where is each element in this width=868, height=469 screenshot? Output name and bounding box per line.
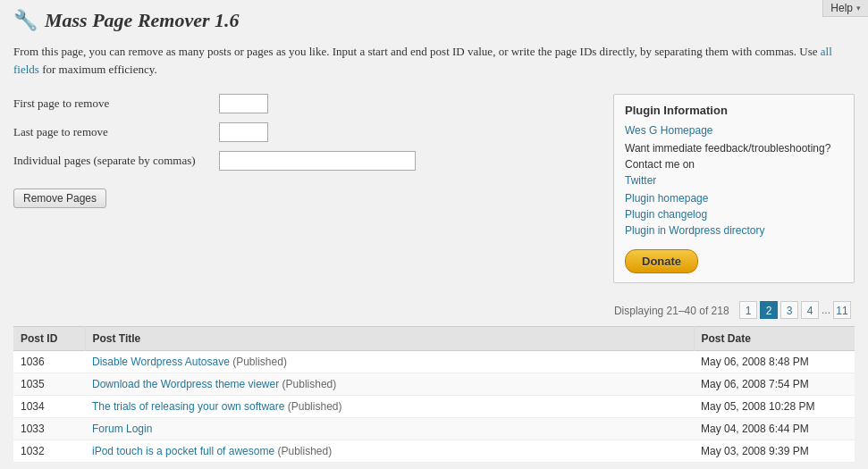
first-page-input[interactable] — [219, 94, 268, 113]
cell-post-date: May 03, 2008 9:39 PM — [694, 440, 855, 463]
col-header-id: Post ID — [13, 327, 85, 351]
first-page-label: First page to remove — [13, 96, 219, 111]
plugin-info-panel: Plugin Information Wes G Homepage Want i… — [613, 94, 855, 283]
post-title-link[interactable]: iPod touch is a pocket full of awesome — [92, 445, 274, 457]
individual-pages-label: Individual pages (separate by commas) — [13, 154, 219, 168]
last-page-input[interactable] — [219, 122, 268, 142]
cell-post-id: 1032 — [13, 440, 85, 463]
twitter-link[interactable]: Twitter — [625, 172, 843, 188]
post-status: (Published) — [279, 378, 336, 390]
table-row: 1034The trials of releasing your own sof… — [13, 396, 855, 418]
plugin-homepage-link[interactable]: Plugin homepage — [625, 192, 843, 205]
post-status: (Published) — [274, 445, 332, 457]
plugin-icon: 🔧 — [13, 9, 38, 32]
plugin-directory-link[interactable]: Plugin in Wordpress directory — [625, 224, 843, 237]
remove-pages-button[interactable]: Remove Pages — [13, 188, 106, 208]
page-ellipsis: ... — [822, 301, 830, 319]
table-row: 1033Forum LoginMay 04, 2008 6:44 PM — [13, 418, 855, 440]
cell-post-date: May 06, 2008 8:48 PM — [694, 351, 855, 373]
post-title-link[interactable]: Disable Wordpress Autosave — [92, 356, 230, 368]
help-label: Help — [830, 2, 853, 14]
table-row: 1035Download the Wordpress theme viewer … — [13, 373, 855, 396]
form-col: First page to remove Last page to remove… — [13, 94, 595, 283]
post-title-link[interactable]: Forum Login — [92, 423, 152, 435]
page-numbers: 1 2 3 4 ... 11 — [739, 301, 851, 319]
plugin-changelog-link[interactable]: Plugin changelog — [625, 208, 843, 221]
last-page-label: Last page to remove — [13, 125, 219, 139]
individual-pages-row: Individual pages (separate by commas) — [13, 151, 595, 171]
cell-post-id: 1036 — [13, 351, 85, 373]
donate-button[interactable]: Donate — [625, 249, 698, 273]
page-2[interactable]: 2 — [760, 301, 778, 319]
last-page-row: Last page to remove — [13, 122, 595, 142]
cell-post-title: iPod touch is a pocket full of awesome (… — [85, 440, 694, 463]
individual-pages-input[interactable] — [219, 151, 416, 171]
help-chevron-icon: ▾ — [856, 4, 861, 13]
cell-post-date: May 06, 2008 7:54 PM — [694, 373, 855, 396]
description: From this page, you can remove as many p… — [13, 43, 855, 78]
cell-post-id: 1035 — [13, 373, 85, 396]
page-11[interactable]: 11 — [833, 301, 851, 319]
posts-table: Post ID Post Title Post Date 1036Disable… — [13, 326, 855, 463]
cell-post-date: May 04, 2008 6:44 PM — [694, 418, 855, 440]
cell-post-date: May 05, 2008 10:28 PM — [694, 396, 855, 418]
page-title: Mass Page Remover 1.6 — [45, 9, 240, 32]
page-title-area: 🔧 Mass Page Remover 1.6 — [13, 9, 855, 32]
page-3[interactable]: 3 — [780, 301, 798, 319]
col-header-title: Post Title — [85, 327, 694, 351]
cell-post-title: Download the Wordpress theme viewer (Pub… — [85, 373, 694, 396]
col-header-date: Post Date — [694, 327, 855, 351]
table-row: 1036Disable Wordpress Autosave (Publishe… — [13, 351, 855, 373]
post-title-link[interactable]: Download the Wordpress theme viewer — [92, 378, 279, 390]
help-bar[interactable]: Help ▾ — [822, 0, 868, 17]
wes-homepage-link[interactable]: Wes G Homepage — [625, 124, 843, 137]
all-fields-link[interactable]: all fields — [13, 45, 832, 76]
first-page-row: First page to remove — [13, 94, 595, 113]
cell-post-id: 1033 — [13, 418, 85, 440]
page-4[interactable]: 4 — [801, 301, 819, 319]
cell-post-title: The trials of releasing your own softwar… — [85, 396, 694, 418]
post-status: (Published) — [230, 356, 287, 368]
page-1[interactable]: 1 — [739, 301, 757, 319]
cell-post-title: Disable Wordpress Autosave (Published) — [85, 351, 694, 373]
display-text: Displaying 21–40 of 218 — [614, 305, 729, 317]
feedback-text: Want immediate feedback/troubleshooting?… — [625, 142, 843, 188]
cell-post-title: Forum Login — [85, 418, 694, 440]
pagination-area: Displaying 21–40 of 218 1 2 3 4 ... 11 — [13, 301, 855, 319]
plugin-info-title: Plugin Information — [625, 104, 843, 117]
table-row: 1032iPod touch is a pocket full of aweso… — [13, 440, 855, 463]
cell-post-id: 1034 — [13, 396, 85, 418]
table-header-row: Post ID Post Title Post Date — [13, 327, 855, 351]
post-title-link[interactable]: The trials of releasing your own softwar… — [92, 400, 284, 413]
post-status: (Published) — [284, 400, 341, 413]
